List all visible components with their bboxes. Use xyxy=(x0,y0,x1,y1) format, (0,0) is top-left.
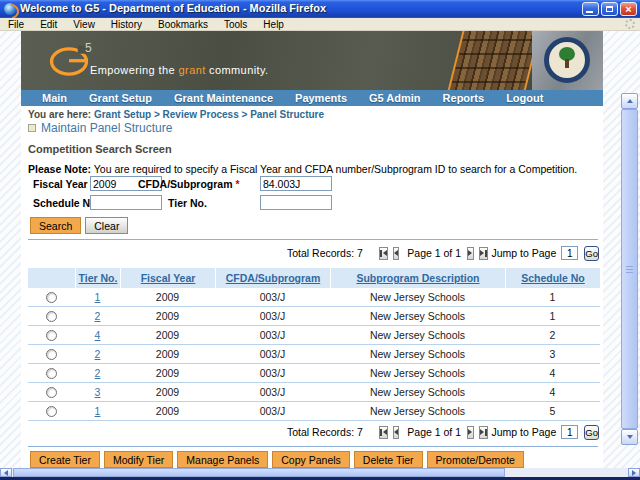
nav-logout[interactable]: Logout xyxy=(495,92,554,104)
menu-view[interactable]: View xyxy=(65,19,103,30)
horizontal-scrollbar[interactable] xyxy=(0,468,640,477)
go-button[interactable]: Go xyxy=(584,246,599,261)
description-cell: New Jersey Schools xyxy=(330,329,505,341)
nav-g5-admin[interactable]: G5 Admin xyxy=(358,92,432,104)
schedule-no-label: Schedule No xyxy=(33,197,97,209)
sort-header-cfda-subprogram[interactable]: CFDA/Subprogram xyxy=(215,268,330,288)
prev-page-button[interactable] xyxy=(393,247,399,260)
menu-bookmarks[interactable]: Bookmarks xyxy=(150,19,216,30)
tier-number-link[interactable]: 1 xyxy=(95,405,101,417)
schedule-cell: 2 xyxy=(505,329,600,341)
breadcrumb: You are here: Grant Setup > Review Proce… xyxy=(28,109,324,120)
close-icon: × xyxy=(621,3,636,15)
row-select-radio[interactable] xyxy=(46,406,57,417)
jump-to-page-input[interactable] xyxy=(561,425,578,439)
tier-number-link[interactable]: 2 xyxy=(95,348,101,360)
vertical-scroll-thumb[interactable] xyxy=(621,109,638,429)
jump-to-page-label: Jump to Page xyxy=(492,426,557,438)
row-select-radio[interactable] xyxy=(46,349,57,360)
nav-reports[interactable]: Reports xyxy=(432,92,496,104)
last-page-button[interactable] xyxy=(479,426,488,439)
vertical-scrollbar[interactable] xyxy=(621,93,638,445)
tier-no-input[interactable] xyxy=(260,195,332,210)
horizontal-scroll-thumb[interactable] xyxy=(13,468,505,477)
nav-grant-setup[interactable]: Grant Setup xyxy=(78,92,163,104)
tier-number-link[interactable]: 1 xyxy=(95,291,101,303)
row-select-radio[interactable] xyxy=(46,311,57,322)
manage-panels-button[interactable]: Manage Panels xyxy=(177,451,268,468)
scroll-up-button[interactable] xyxy=(621,93,638,109)
restore-icon xyxy=(606,6,613,12)
nav-grant-maintenance[interactable]: Grant Maintenance xyxy=(163,92,284,104)
prev-page-button[interactable] xyxy=(393,426,399,439)
menu-edit[interactable]: Edit xyxy=(32,19,65,30)
prev-page-icon xyxy=(394,429,398,435)
sort-header-tier-no-[interactable]: Tier No. xyxy=(75,268,120,288)
promote-demote-button[interactable]: Promote/Demote xyxy=(427,451,524,468)
tier-number-link[interactable]: 3 xyxy=(95,386,101,398)
table-row: 2 2009 003/J New Jersey Schools 4 xyxy=(28,364,600,383)
page-title: Maintain Panel Structure xyxy=(28,121,172,135)
row-select-radio[interactable] xyxy=(46,387,57,398)
sort-header-schedule-no[interactable]: Schedule No xyxy=(505,268,600,288)
table-row: 1 2009 003/J New Jersey Schools 1 xyxy=(28,288,600,307)
cfda-cell: 003/J xyxy=(215,405,330,417)
cfda-input[interactable] xyxy=(260,176,332,191)
arrow-down-icon xyxy=(627,435,633,439)
clear-button[interactable]: Clear xyxy=(85,217,128,234)
first-page-button[interactable] xyxy=(379,426,388,439)
bookshelf-icon xyxy=(447,31,542,90)
note-text: Please Note: You are required to specify… xyxy=(28,163,577,175)
first-page-icon xyxy=(380,429,382,436)
nav-payments[interactable]: Payments xyxy=(284,92,358,104)
minimize-button[interactable] xyxy=(582,2,599,16)
row-select-radio[interactable] xyxy=(46,330,57,341)
schedule-cell: 3 xyxy=(505,348,600,360)
cfda-cell: 003/J xyxy=(215,310,330,322)
menu-history[interactable]: History xyxy=(103,19,150,30)
close-button[interactable]: × xyxy=(620,2,637,16)
sort-header-subprogram-description[interactable]: Subprogram Description xyxy=(330,268,505,288)
scroll-right-button[interactable] xyxy=(628,468,640,477)
menu-help[interactable]: Help xyxy=(255,19,292,30)
last-page-button[interactable] xyxy=(479,247,488,260)
tier-number-link[interactable]: 2 xyxy=(95,367,101,379)
fiscal-year-cell: 2009 xyxy=(120,329,215,341)
breadcrumb-path[interactable]: Grant Setup > Review Process > Panel Str… xyxy=(94,109,324,120)
g5-logo-number: 5 xyxy=(85,41,92,55)
jump-to-page-input[interactable] xyxy=(561,246,578,260)
create-tier-button[interactable]: Create Tier xyxy=(30,451,100,468)
cfda-cell: 003/J xyxy=(215,386,330,398)
copy-panels-button[interactable]: Copy Panels xyxy=(272,451,350,468)
window-title: Welcome to G5 - Department of Education … xyxy=(20,2,326,14)
scroll-down-button[interactable] xyxy=(621,429,638,445)
menu-tools[interactable]: Tools xyxy=(216,19,255,30)
schedule-no-input[interactable] xyxy=(90,195,162,210)
modify-tier-button[interactable]: Modify Tier xyxy=(104,451,173,468)
scroll-left-button[interactable] xyxy=(0,468,12,477)
tier-number-link[interactable]: 2 xyxy=(95,310,101,322)
fiscal-year-cell: 2009 xyxy=(120,310,215,322)
tier-number-link[interactable]: 4 xyxy=(95,329,101,341)
description-cell: New Jersey Schools xyxy=(330,367,505,379)
sort-header-fiscal-year[interactable]: Fiscal Year xyxy=(120,268,215,288)
menu-file[interactable]: File xyxy=(0,19,32,30)
cfda-label: CFDA/Subprogram * xyxy=(138,178,240,190)
search-button[interactable]: Search xyxy=(30,217,81,234)
delete-tier-button[interactable]: Delete Tier xyxy=(354,451,423,468)
results-table: Tier No.Fiscal YearCFDA/SubprogramSubpro… xyxy=(28,268,600,421)
next-page-icon xyxy=(468,250,472,256)
page-title-bullet-icon xyxy=(28,124,36,132)
restore-button[interactable] xyxy=(601,2,618,16)
first-page-button[interactable] xyxy=(379,247,388,260)
page-title-text: Maintain Panel Structure xyxy=(41,121,172,135)
main-nav: MainGrant SetupGrant MaintenancePayments… xyxy=(21,90,603,106)
nav-main[interactable]: Main xyxy=(31,92,78,104)
row-select-radio[interactable] xyxy=(46,292,57,303)
next-page-button[interactable] xyxy=(467,247,473,260)
next-page-button[interactable] xyxy=(467,426,473,439)
fiscal-year-cell: 2009 xyxy=(120,367,215,379)
cfda-cell: 003/J xyxy=(215,329,330,341)
go-button[interactable]: Go xyxy=(584,425,599,440)
row-select-radio[interactable] xyxy=(46,368,57,379)
